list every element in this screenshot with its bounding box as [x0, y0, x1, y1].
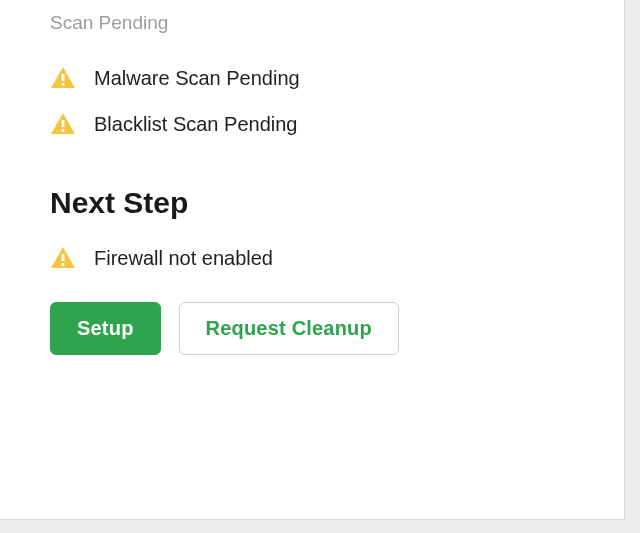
- svg-rect-0: [62, 74, 65, 81]
- next-step-heading: Next Step: [50, 186, 574, 220]
- security-panel: Scan Pending Malware Scan Pending Black: [0, 0, 625, 520]
- warning-icon: [50, 66, 76, 90]
- warning-icon: [50, 246, 76, 270]
- firewall-status-row: Firewall not enabled: [50, 246, 574, 270]
- svg-rect-2: [62, 120, 65, 127]
- warning-icon: [50, 112, 76, 136]
- request-cleanup-button[interactable]: Request Cleanup: [179, 302, 399, 355]
- status-item-label: Blacklist Scan Pending: [94, 113, 297, 136]
- svg-rect-1: [62, 83, 65, 86]
- svg-rect-3: [62, 129, 65, 132]
- svg-rect-5: [62, 263, 65, 266]
- scan-status-subtitle: Scan Pending: [50, 12, 574, 34]
- list-item: Malware Scan Pending: [50, 66, 574, 90]
- firewall-status-label: Firewall not enabled: [94, 247, 273, 270]
- scan-status-list: Malware Scan Pending Blacklist Scan Pend…: [50, 66, 574, 136]
- svg-rect-4: [62, 254, 65, 261]
- status-item-label: Malware Scan Pending: [94, 67, 300, 90]
- action-button-row: Setup Request Cleanup: [50, 302, 574, 355]
- list-item: Blacklist Scan Pending: [50, 112, 574, 136]
- setup-button[interactable]: Setup: [50, 302, 161, 355]
